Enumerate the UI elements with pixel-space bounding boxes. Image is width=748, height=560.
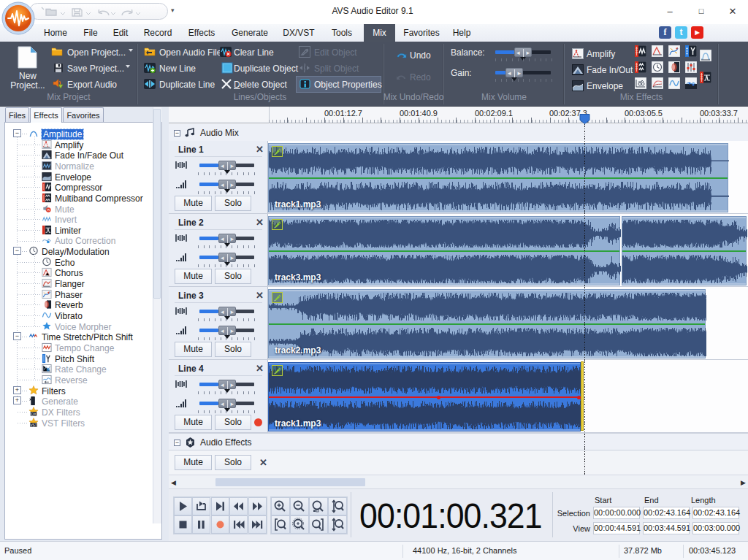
svg-text:VST: VST: [30, 423, 37, 427]
svg-text:DX: DX: [31, 412, 37, 416]
